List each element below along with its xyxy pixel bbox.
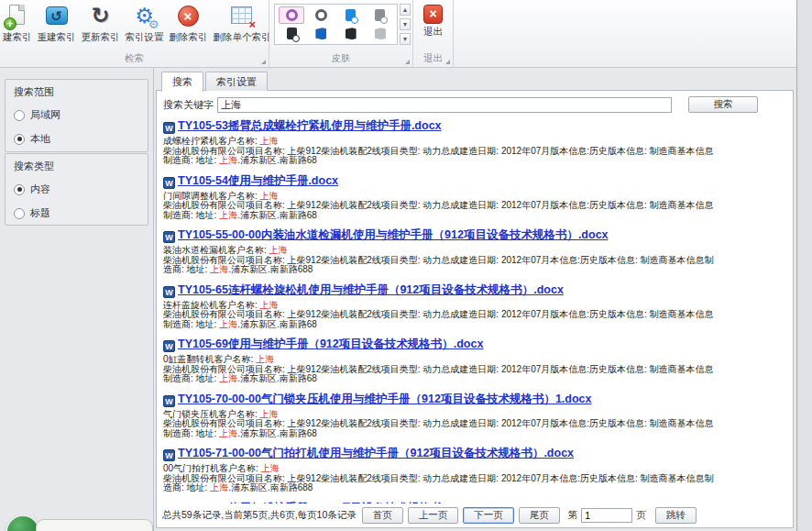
keyword-highlight: 上海: [269, 245, 288, 255]
radio-icon: [14, 134, 25, 145]
ribbon-button-label: 重建索引: [38, 31, 76, 44]
ribbon-group-exit: × 退出 退出: [413, 0, 454, 67]
result-item: WTY105-65连杆螺栓旋松机使用与维护手册（912项目设备技术规格书）.do…: [163, 283, 788, 330]
radio-label: 局域网: [30, 108, 60, 122]
index-settings-button[interactable]: ⚙索引设置: [123, 2, 167, 45]
dialog-launcher-icon[interactable]: [405, 60, 410, 64]
gallery-dropdown-icon[interactable]: ▼: [400, 33, 411, 45]
radio-content[interactable]: 内容: [14, 183, 139, 196]
radio-lan[interactable]: 局域网: [14, 108, 139, 122]
result-snippet-line: 成螺栓拧紧机客户名称: 上海: [163, 137, 788, 147]
keyword-highlight: 上海: [260, 409, 279, 419]
keyword-highlight: 上海: [260, 136, 279, 146]
result-title-link[interactable]: TY105-54使用与维护手册.docx: [178, 174, 338, 187]
word-document-icon: W: [163, 449, 175, 461]
result-title: WTY105-70-00-00气门锁夹压机使用与维护手册（912项目设备技术规格…: [163, 393, 788, 407]
ribbon-button-label: 索引设置: [126, 31, 164, 44]
skin-preview-icon: [315, 9, 327, 21]
search-input[interactable]: [217, 97, 672, 113]
tab-bar: 搜索索引设置: [161, 72, 269, 91]
result-snippet-line: 造商: 地址: 上海.浦东新区.南新路688: [163, 483, 788, 493]
radio-local[interactable]: 本地: [14, 132, 139, 146]
ribbon-group-skin-label: 皮肤: [269, 52, 412, 65]
result-item: WTY105-71-00-00气门拍打机使用与维护手册（912项目设备技术规格书…: [163, 447, 788, 493]
result-title: WTY105-55-00-00内装油水道检漏机使用与维护手册（912项目设备技术…: [163, 228, 788, 243]
jump-suffix-label: 页: [636, 509, 646, 522]
search-type-groupbox: 搜索类型 内容标题: [5, 153, 148, 226]
skin-item-3[interactable]: [338, 6, 364, 24]
dialog-launcher-icon[interactable]: [261, 60, 266, 64]
tab-index-settings[interactable]: 索引设置: [205, 72, 268, 91]
skin-preview-icon: [375, 28, 386, 39]
result-title-link[interactable]: TY105-70-00-00气门锁夹压机使用与维护手册（912项目设备技术规格书…: [178, 393, 591, 405]
result-item: WTY105-70-00-00气门锁夹压机使用与维护手册（912项目设备技术规格…: [163, 393, 788, 439]
result-title-link[interactable]: TY105-72使用与维护手册（912项目设备技术规格书）.docx: [178, 502, 483, 504]
skin-item-1[interactable]: [279, 6, 304, 24]
result-snippet-line: 柴油机股份有限公司项目名称: 上柴912柴油机装配2线项目类型: 动力总成建造日…: [163, 310, 788, 320]
result-title-link[interactable]: TY105-65连杆螺栓旋松机使用与维护手册（912项目设备技术规格书）.doc…: [178, 283, 564, 296]
ribbon-search-buttons: +建索引↺重建索引↻更新索引⚙索引设置×删除索引×删除单个索引: [0, 0, 269, 48]
desktop-background: [796, 0, 812, 531]
page-number-input[interactable]: [581, 508, 632, 523]
skin-item-6[interactable]: [308, 25, 334, 42]
result-item: WTY105-55-00-00内装油水道检漏机使用与维护手册（912项目设备技术…: [163, 228, 788, 275]
sidebar: 搜索范围 局域网本地 搜索类型 内容标题: [0, 68, 154, 531]
result-title-link[interactable]: TY105-71-00-00气门拍打机使用与维护手册（912项目设备技术规格书）…: [178, 447, 574, 459]
result-title: WTY105-65连杆螺栓旋松机使用与维护手册（912项目设备技术规格书）.do…: [163, 283, 788, 298]
rebuild-index-button[interactable]: ↺重建索引: [35, 2, 79, 45]
skin-preview-icon: [346, 9, 356, 21]
result-snippet-line: 00气门拍打机客户名称: 上海: [163, 464, 788, 474]
radio-label: 本地: [30, 132, 50, 146]
delete-single-index-button[interactable]: ×删除单个索引: [211, 2, 274, 45]
ribbon: +建索引↺重建索引↻更新索引⚙索引设置×删除索引×删除单个索引 检索 ▲ ▼ ▼…: [0, 0, 796, 68]
dialog-launcher-icon[interactable]: [445, 60, 450, 64]
keyword-highlight: 上海: [219, 373, 237, 383]
radio-title[interactable]: 标题: [14, 206, 139, 220]
jump-button[interactable]: 跳转: [655, 507, 697, 524]
ribbon-group-skin: ▲ ▼ ▼ 皮肤: [269, 0, 413, 67]
jump-prefix-label: 第: [568, 509, 578, 522]
result-title-link[interactable]: TY105-55-00-00内装油水道检漏机使用与维护手册（912项目设备技术规…: [178, 228, 609, 241]
delete-single-index-icon: ×: [228, 3, 256, 30]
delete-index-button[interactable]: ×删除索引: [167, 2, 211, 45]
prev-page-button[interactable]: 上一页: [408, 507, 459, 524]
result-title-link[interactable]: TY105-53摇臂总成螺栓拧紧机使用与维护手册.docx: [178, 119, 442, 132]
ribbon-button-label: 更新索引: [82, 31, 120, 44]
result-snippet-line: 0缸盖翻转机客户名称: 上海: [163, 355, 788, 365]
word-document-icon: W: [163, 395, 175, 407]
rebuild-index-icon: ↺: [43, 3, 71, 30]
result-snippet-line: 柴油机股份有限公司项目名称: 上柴912柴油机装配2线项目类型: 动力总成建造日…: [163, 419, 788, 429]
tab-search[interactable]: 搜索: [161, 72, 203, 92]
ribbon-button-label: 删除索引: [170, 31, 208, 44]
floating-toolbar[interactable]: [36, 519, 153, 531]
keyword-highlight: 上海: [256, 354, 274, 364]
exit-button[interactable]: × 退出: [413, 1, 453, 39]
first-page-button[interactable]: 首页: [362, 507, 403, 524]
skin-item-5[interactable]: [279, 25, 304, 42]
skin-preview-icon: [375, 9, 385, 21]
keyword-highlight: 上海: [219, 319, 237, 329]
skin-item-7[interactable]: [338, 25, 364, 42]
skin-item-8[interactable]: [368, 25, 393, 42]
search-panel: 搜索关键字 搜索 WTY105-53摇臂总成螺栓拧紧机使用与维护手册.docx成…: [156, 90, 794, 528]
result-snippet-line: 造商: 地址: 上海.浦东新区.南新路688: [163, 265, 788, 275]
search-scope-groupbox: 搜索范围 局域网本地: [5, 79, 148, 152]
last-page-button[interactable]: 尾页: [519, 507, 560, 524]
skin-preview-icon: [346, 28, 357, 39]
search-button[interactable]: 搜索: [688, 96, 758, 113]
next-page-button[interactable]: 下一页: [463, 507, 514, 524]
update-index-icon: ↻: [87, 3, 115, 30]
result-title-link[interactable]: TY105-69使用与维护手册（912项目设备技术规格书）.docx: [178, 337, 483, 350]
skin-item-2[interactable]: [308, 6, 334, 24]
update-index-button[interactable]: ↻更新索引: [79, 2, 123, 45]
result-snippet-line: 制造商: 地址: 上海.浦东新区.南新路68: [163, 320, 788, 330]
radio-label: 标题: [30, 206, 50, 220]
radio-icon: [14, 184, 25, 195]
skin-preview-icon: [286, 9, 298, 21]
scroll-up-icon[interactable]: ▲: [400, 4, 411, 16]
keyword-highlight: 上海: [260, 191, 279, 201]
scroll-down-icon[interactable]: ▼: [400, 18, 411, 30]
search-row: 搜索关键字 搜索: [163, 96, 786, 113]
new-index-button[interactable]: +建索引: [0, 2, 35, 45]
skin-item-4[interactable]: [368, 6, 393, 24]
